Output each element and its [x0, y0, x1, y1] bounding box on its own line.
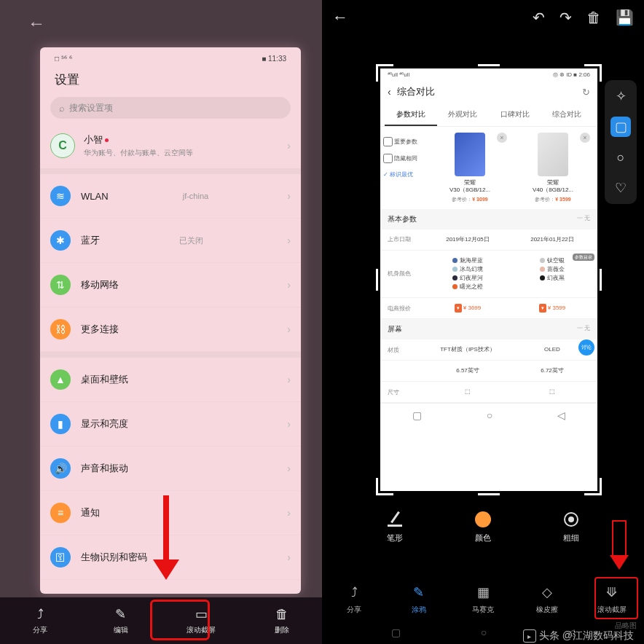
remove-icon[interactable]: × [497, 133, 507, 143]
compare-header: 重要参数 隐藏相同 ✓ 标识最优 × 荣耀V30（8GB/12... 参考价：¥… [380, 127, 597, 209]
brush-color[interactable]: 颜色 [474, 511, 492, 543]
shape-rect-icon[interactable]: ▢ [610, 117, 631, 137]
row-release-date: 上市日期 2019年12月05日 2021年01月22日 [380, 229, 597, 251]
settings-row[interactable]: ⛓更多连接› [40, 307, 301, 352]
search-input[interactable]: ⌕ 搜索设置项 [50, 97, 291, 119]
status-right: ■ 11:33 [262, 55, 286, 63]
notif-icon: ≡ [50, 503, 71, 523]
nav-back-icon[interactable]: ▢ [412, 409, 422, 421]
nav-recent-icon[interactable]: ◁ [557, 409, 565, 421]
shape-picker: ✧ ▢ ○ ♡ [605, 80, 637, 204]
remove-icon[interactable]: × [580, 133, 590, 143]
tab-overall[interactable]: 综合对比 [541, 104, 594, 126]
chevron-right-icon: › [287, 418, 291, 430]
disp-icon: ▮ [50, 414, 71, 434]
row-label: 移动网络 [81, 278, 119, 291]
tab-reviews[interactable]: 口碑对比 [489, 104, 541, 126]
settings-row[interactable]: ▲桌面和壁纸› [40, 358, 301, 402]
tab-appearance[interactable]: 外观对比 [437, 104, 490, 126]
back-icon[interactable]: ← [332, 8, 348, 27]
chevron-right-icon: › [287, 507, 291, 519]
row-label: 显示和亮度 [81, 417, 128, 431]
redo-icon[interactable]: ↷ [559, 9, 572, 26]
tb-edit[interactable]: ✎编辑 [81, 597, 162, 644]
bio-icon: ⚿ [50, 547, 71, 568]
annotation-highlight-box [150, 600, 210, 640]
profile-row[interactable]: C 小智 华为账号、付款与账单、云空间等 › [40, 129, 301, 168]
product-2[interactable]: × 荣耀V40（8GB/12... 参考价：¥ 3599 [511, 133, 594, 203]
crop-frame[interactable]: ⁴⁶ull ⁴⁶ull◎ ⊗ ID ■ 2:06 ‹ 综合对比 ↻ 参数对比 外… [380, 68, 597, 491]
opt-mark-best[interactable]: ✓ 标识最优 [383, 170, 428, 178]
catalog-badge[interactable]: 参数目录 [573, 254, 594, 262]
undo-icon[interactable]: ↶ [533, 9, 545, 26]
product-1[interactable]: × 荣耀V30（8GB/12... 参考价：¥ 3099 [428, 133, 511, 203]
nav-home-icon[interactable]: ○ [487, 409, 492, 421]
section-screen: 屏幕一 无 [380, 319, 597, 339]
settings-row[interactable]: ≋WLANjf-china› [40, 174, 301, 219]
avatar: C [50, 133, 75, 158]
opt-important[interactable]: 重要参数 [383, 137, 428, 146]
settings-row[interactable]: ✱蓝牙已关闭› [40, 219, 301, 263]
row-quote: 电商报价 ▾¥ 3699 ▾¥ 3599 [380, 298, 597, 320]
delete-icon[interactable]: 🗑 [586, 9, 601, 26]
settings-row[interactable]: ▮显示和亮度› [40, 402, 301, 447]
row-label: 通知 [81, 506, 100, 519]
row-label: 生物识别和密码 [81, 551, 147, 564]
search-icon: ⌕ [59, 103, 65, 114]
row-value: 已关闭 [179, 235, 203, 246]
annotation-arrow-down [609, 520, 629, 571]
inner-header: ‹ 综合对比 ↻ [380, 81, 597, 104]
sound-icon: 🔊 [50, 458, 71, 479]
profile-name: 小智 [84, 133, 193, 146]
row-label: 声音和振动 [81, 462, 128, 475]
right-panel: ← ↶ ↷ 🗑 💾 ✧ ▢ ○ ♡ ⁴⁶ull ⁴⁶ull◎ ⊗ ID ■ 2:… [322, 0, 644, 644]
row-value: jf-china [183, 192, 208, 200]
opt-hide-same[interactable]: 隐藏相同 [383, 154, 428, 163]
chevron-right-icon: › [287, 190, 291, 202]
chevron-right-icon: › [287, 463, 291, 474]
tool-doodle[interactable]: ✎涂鸦 [386, 584, 450, 615]
shape-heart-icon[interactable]: ♡ [610, 178, 631, 198]
row-label: WLAN [81, 191, 109, 202]
annotation-arrow-down [152, 495, 181, 583]
tb-delete[interactable]: 🗑删除 [242, 597, 323, 644]
row-material: 材质 TFT材质（IPS技术） OLED 讨论 [380, 339, 597, 361]
tb-share[interactable]: ⤴分享 [0, 597, 81, 644]
inner-status-bar: ⁴⁶ull ⁴⁶ull◎ ⊗ ID ■ 2:06 [380, 68, 597, 81]
section-basic: 基本参数一 无 [380, 209, 597, 229]
brush-shape[interactable]: 笔形 [386, 511, 404, 543]
tab-params[interactable]: 参数对比 [385, 104, 437, 126]
row-label: 蓝牙 [81, 234, 100, 247]
refresh-icon[interactable]: ↻ [582, 87, 590, 98]
page-title: 设置 [40, 66, 301, 97]
nav-recent-icon[interactable]: ▢ [391, 627, 401, 638]
editor-topbar: ← ↶ ↷ 🗑 💾 [322, 0, 644, 35]
tool-share[interactable]: ⤴分享 [322, 584, 386, 615]
chevron-right-icon: › [287, 551, 291, 563]
captured-content: ⁴⁶ull ⁴⁶ull◎ ⊗ ID ■ 2:06 ‹ 综合对比 ↻ 参数对比 外… [380, 68, 597, 491]
back-icon[interactable]: ← [28, 13, 45, 34]
status-bar: □ ⁵⁶ ⁶ ■ 11:33 [40, 47, 301, 66]
back-icon[interactable]: ‹ [388, 86, 391, 98]
row-colors: 机身颜色 魅海星蓝冰岛幻境幻夜星河曙光之橙 钛空银蔷薇金幻夜黑 参数目录 [380, 251, 597, 298]
chevron-right-icon: › [287, 374, 291, 385]
bt-icon: ✱ [50, 230, 71, 251]
settings-row[interactable]: ⇅移动网络› [40, 263, 301, 307]
left-panel: ← □ ⁵⁶ ⁶ ■ 11:33 设置 ⌕ 搜索设置项 C 小智 华为账号、付款… [0, 0, 322, 644]
shape-circle-icon[interactable]: ○ [610, 147, 631, 168]
shape-freeform-icon[interactable]: ✧ [610, 86, 631, 106]
settings-row[interactable]: 🔊声音和振动› [40, 447, 301, 491]
tool-eraser[interactable]: ◇橡皮擦 [515, 584, 579, 615]
row-label: 桌面和壁纸 [81, 373, 128, 386]
chevron-right-icon: › [287, 323, 291, 335]
brush-thickness[interactable]: 粗细 [562, 511, 580, 543]
brush-settings: 笔形 颜色 粗细 [322, 503, 644, 551]
status-left: □ ⁵⁶ ⁶ [55, 55, 72, 63]
nav-home-icon[interactable]: ○ [481, 627, 487, 638]
net-icon: ⇅ [50, 275, 71, 295]
chevron-right-icon: › [287, 235, 291, 246]
row-size2: 尺寸 ⬚ ⬚ [380, 382, 597, 403]
save-icon[interactable]: 💾 [616, 9, 634, 26]
phone-image [455, 133, 485, 176]
tool-mosaic[interactable]: ▦马赛克 [451, 584, 515, 615]
